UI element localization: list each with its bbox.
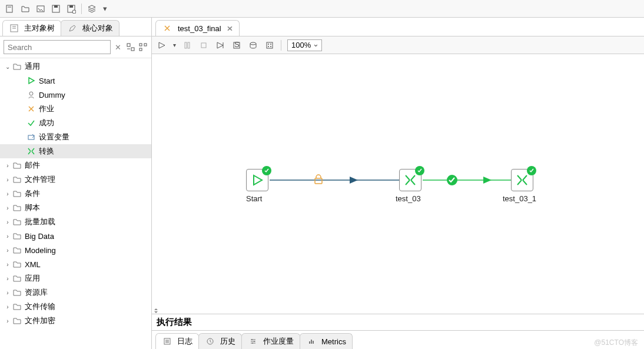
scroll-grip[interactable] [153, 308, 158, 313]
browse-icon[interactable] [35, 4, 46, 14]
tree-label: 批量加载 [25, 217, 55, 227]
caret-right-icon[interactable]: › [4, 191, 12, 197]
pause-icon[interactable] [182, 40, 192, 51]
tree-node-folder[interactable]: ›文件管理 [0, 172, 151, 187]
status-success-badge [415, 166, 424, 175]
snap-grid-icon[interactable] [264, 40, 275, 51]
results-tabs: 日志 历史 作业度量 Metrics @51CTO博客 [152, 330, 644, 349]
editor-tab[interactable]: test_03_final ⨯ [155, 20, 240, 36]
object-tree[interactable]: ⌄ 通用 Start Dummy 作业 成功 设置变量 [0, 58, 151, 349]
folder-icon [12, 202, 22, 213]
log-icon [162, 336, 172, 347]
run-icon[interactable] [157, 40, 167, 51]
transform-icon [404, 174, 417, 187]
caret-right-icon[interactable]: › [4, 177, 12, 183]
folder-icon [12, 61, 22, 72]
caret-right-icon[interactable]: › [4, 247, 12, 254]
editor-tabs: test_03_final ⨯ [152, 18, 644, 36]
open-folder-icon[interactable] [20, 4, 31, 14]
caret-right-icon[interactable]: › [4, 162, 12, 169]
svg-text:S: S [234, 41, 240, 49]
caret-right-icon[interactable]: › [4, 290, 12, 296]
tree-node-folder[interactable]: ›文件传输 [0, 300, 151, 314]
svg-rect-11 [127, 44, 130, 46]
tree-label: 资源库 [25, 287, 48, 298]
svg-rect-32 [315, 178, 322, 184]
svg-rect-26 [267, 42, 273, 48]
tree-label: 脚本 [25, 202, 40, 213]
collapse-all-icon[interactable] [138, 42, 148, 52]
tree-node-general[interactable]: ⌄ 通用 [0, 59, 151, 74]
tree-node-job[interactable]: 作业 [0, 102, 151, 116]
canvas-node-start[interactable] [246, 169, 268, 191]
layers-icon[interactable] [87, 4, 97, 14]
replay-icon[interactable] [215, 40, 225, 51]
tree-node-folder[interactable]: ›Big Data [0, 229, 151, 243]
job-icon [26, 104, 36, 114]
svg-point-25 [250, 42, 256, 45]
results-tab-history[interactable]: 历史 [198, 333, 242, 349]
search-row: ✕ [0, 36, 151, 58]
tree-node-folder[interactable]: ›批量加载 [0, 215, 151, 229]
sliders-icon [248, 336, 258, 347]
canvas-node-test03[interactable] [399, 169, 421, 191]
sql-icon[interactable]: S [231, 40, 242, 51]
tree-node-dummy[interactable]: Dummy [0, 88, 151, 102]
tree-label: 转换 [39, 146, 54, 157]
caret-down-icon[interactable]: ⌄ [4, 64, 12, 70]
dummy-icon [26, 89, 36, 100]
tree-label: 文件传输 [25, 301, 55, 312]
tree-label: 文件管理 [25, 174, 55, 185]
clear-search-icon[interactable]: ✕ [113, 42, 123, 52]
svg-rect-21 [201, 43, 206, 48]
new-file-icon[interactable] [5, 4, 15, 14]
zoom-select[interactable]: 100% [287, 39, 322, 51]
tree-node-folder[interactable]: ›脚本 [0, 201, 151, 215]
caret-right-icon[interactable]: › [4, 205, 12, 211]
tree-node-folder[interactable]: ›应用 [0, 271, 151, 285]
tree-node-start[interactable]: Start [0, 74, 151, 88]
dropdown-caret-icon[interactable]: ▾ [102, 4, 108, 14]
tree-node-folder[interactable]: ›Modeling [0, 243, 151, 257]
caret-right-icon[interactable]: › [4, 219, 12, 225]
caret-right-icon[interactable]: › [4, 275, 12, 282]
tree-node-folder[interactable]: ›邮件 [0, 158, 151, 172]
caret-right-icon[interactable]: › [4, 261, 12, 268]
caret-right-icon[interactable]: › [4, 233, 12, 240]
svg-rect-4 [54, 5, 58, 8]
tree-node-folder[interactable]: ›文件加密 [0, 314, 151, 328]
tree-node-success[interactable]: 成功 [0, 116, 151, 130]
tree-node-setvar[interactable]: 设置变量 [0, 130, 151, 144]
save-as-icon[interactable] [66, 4, 77, 14]
play-icon [251, 174, 264, 187]
tree-label: 应用 [25, 273, 40, 284]
results-tab-metrics[interactable]: Metrics [300, 333, 353, 349]
caret-right-icon[interactable]: › [4, 318, 12, 324]
caret-right-icon[interactable]: › [4, 304, 12, 310]
canvas-node-test031[interactable] [511, 169, 533, 191]
canvas[interactable]: Start test_03 test_03_1 [152, 54, 644, 314]
folder-icon [12, 287, 22, 298]
chart-icon [306, 336, 317, 347]
tab-label: 主对象树 [24, 23, 55, 34]
tree-node-folder[interactable]: ›XML [0, 257, 151, 271]
tree-label: 成功 [39, 118, 54, 128]
tree-node-folder[interactable]: ›条件 [0, 187, 151, 201]
stop-icon[interactable] [198, 40, 209, 51]
tree-node-transform[interactable]: 转换 [0, 144, 151, 158]
svg-point-45 [252, 343, 253, 344]
close-tab-icon[interactable]: ⨯ [227, 24, 233, 33]
save-icon[interactable] [51, 4, 61, 14]
tree-node-folder[interactable]: ›资源库 [0, 285, 151, 300]
tab-main-tree[interactable]: 主对象树 [2, 20, 61, 36]
folder-icon [12, 301, 22, 312]
results-tab-log[interactable]: 日志 [155, 333, 199, 349]
search-input[interactable] [4, 40, 111, 54]
svg-point-7 [72, 10, 76, 14]
explore-db-icon[interactable] [248, 40, 258, 51]
run-dropdown-icon[interactable]: ▾ [173, 42, 176, 48]
tab-core-objects[interactable]: 核心对象 [61, 20, 119, 36]
expand-all-icon[interactable] [125, 42, 135, 52]
svg-point-17 [29, 92, 33, 95]
results-tab-jobmetrics[interactable]: 作业度量 [241, 333, 300, 349]
